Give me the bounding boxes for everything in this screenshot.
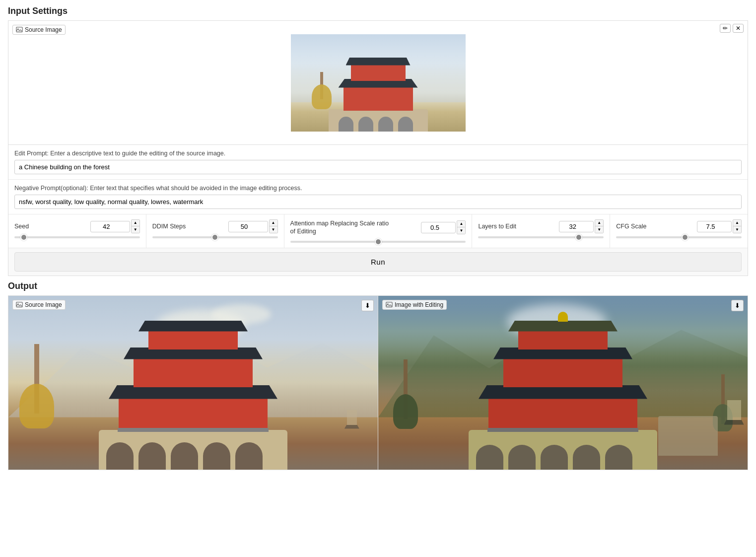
- edit-prompt-input[interactable]: [14, 160, 742, 174]
- output-title: Output: [8, 281, 748, 291]
- attention-input-group: ▲ ▼: [421, 220, 466, 234]
- negative-prompt-label: Negative Prompt(optional): Enter text th…: [14, 185, 742, 192]
- run-button-row: Run: [8, 248, 748, 276]
- cfg-input-group: ▲ ▼: [697, 219, 742, 233]
- edit-prompt-section: Edit Prompt: Enter a descriptive text to…: [8, 145, 748, 180]
- cfg-decrement[interactable]: ▼: [733, 226, 741, 233]
- svg-rect-4: [386, 302, 392, 307]
- cfg-spinner: ▲ ▼: [733, 219, 742, 233]
- layers-input-group: ▲ ▼: [559, 219, 604, 233]
- attention-label: Attention map Replacing Scale ratio of E…: [290, 219, 390, 236]
- cfg-slider[interactable]: [616, 236, 742, 238]
- output-source-image: [8, 296, 378, 470]
- output-edited-image: [378, 296, 748, 470]
- input-settings-title: Input Settings: [8, 6, 748, 16]
- attention-header: Attention map Replacing Scale ratio of E…: [290, 219, 466, 236]
- output-edited-label: Image with Editing: [395, 301, 443, 308]
- ddim-input[interactable]: [228, 221, 268, 232]
- download-source-button[interactable]: ⬇: [361, 300, 374, 311]
- seed-label: Seed: [14, 223, 29, 230]
- edit-image-button[interactable]: ✏: [720, 24, 731, 33]
- ddim-spinner: ▲ ▼: [269, 219, 278, 233]
- attention-map-group: Attention map Replacing Scale ratio of E…: [284, 214, 473, 248]
- seed-spinner: ▲ ▼: [131, 219, 140, 233]
- ddim-input-group: ▲ ▼: [228, 219, 278, 233]
- attention-increment[interactable]: ▲: [457, 221, 465, 227]
- output-section: Output Source Image ⬇: [8, 281, 748, 470]
- negative-prompt-input[interactable]: [14, 195, 742, 209]
- seed-slider[interactable]: [14, 236, 140, 238]
- seed-increment[interactable]: ▲: [132, 220, 139, 226]
- clear-image-button[interactable]: ✕: [733, 24, 744, 33]
- source-image-badge: Source Image: [12, 25, 66, 35]
- cfg-label: CFG Scale: [616, 223, 646, 230]
- layers-slider[interactable]: [478, 236, 604, 238]
- output-source-panel: Source Image ⬇: [8, 296, 378, 470]
- negative-prompt-section: Negative Prompt(optional): Enter text th…: [8, 180, 748, 214]
- attention-slider[interactable]: [290, 241, 466, 243]
- cfg-scale-group: CFG Scale ▲ ▼: [610, 214, 748, 248]
- layers-input[interactable]: [559, 221, 594, 232]
- seed-header: Seed ▲ ▼: [14, 219, 140, 233]
- output-edited-badge: Image with Editing: [382, 300, 447, 310]
- image-icon: [16, 26, 23, 33]
- layers-label: Layers to Edit: [478, 223, 516, 230]
- layers-increment[interactable]: ▲: [595, 220, 603, 226]
- seed-input[interactable]: [90, 221, 130, 232]
- ddim-label: DDIM Steps: [152, 223, 186, 230]
- seed-decrement[interactable]: ▼: [132, 226, 139, 233]
- attention-spinner: ▲ ▼: [457, 220, 466, 234]
- ddim-steps-group: DDIM Steps ▲ ▼: [146, 214, 284, 248]
- ddim-slider[interactable]: [152, 236, 278, 238]
- layers-header: Layers to Edit ▲ ▼: [478, 219, 604, 233]
- layers-decrement[interactable]: ▼: [595, 226, 603, 233]
- output-source-image-icon: [16, 301, 23, 308]
- cfg-header: CFG Scale ▲ ▼: [616, 219, 742, 233]
- ddim-header: DDIM Steps ▲ ▼: [152, 219, 278, 233]
- ddim-increment[interactable]: ▲: [270, 220, 277, 226]
- seed-input-group: ▲ ▼: [90, 219, 140, 233]
- svg-rect-2: [16, 302, 22, 307]
- output-edited-image-icon: [386, 301, 393, 308]
- layers-to-edit-group: Layers to Edit ▲ ▼: [472, 214, 610, 248]
- output-source-label: Source Image: [25, 301, 62, 308]
- edit-prompt-label: Edit Prompt: Enter a descriptive text to…: [14, 150, 742, 157]
- download-edited-button[interactable]: ⬇: [731, 300, 744, 311]
- output-images-container: Source Image ⬇: [8, 295, 748, 470]
- cfg-increment[interactable]: ▲: [733, 220, 741, 226]
- parameters-row: Seed ▲ ▼ DDIM Steps: [8, 214, 748, 248]
- input-settings-panel: Source Image ✏ ✕: [8, 20, 748, 276]
- source-image-preview: [291, 34, 466, 132]
- seed-group: Seed ▲ ▼: [8, 214, 146, 248]
- svg-rect-0: [16, 27, 22, 32]
- attention-decrement[interactable]: ▼: [457, 227, 465, 234]
- output-edited-panel: Image with Editing ⬇: [378, 296, 748, 470]
- source-image-upload-area[interactable]: Source Image ✏ ✕: [8, 21, 748, 145]
- layers-spinner: ▲ ▼: [595, 219, 604, 233]
- ddim-decrement[interactable]: ▼: [270, 226, 277, 233]
- output-source-badge: Source Image: [12, 300, 66, 310]
- cfg-input[interactable]: [697, 221, 732, 232]
- run-button[interactable]: Run: [14, 252, 742, 272]
- image-action-buttons: ✏ ✕: [720, 24, 744, 33]
- attention-input[interactable]: [421, 222, 456, 233]
